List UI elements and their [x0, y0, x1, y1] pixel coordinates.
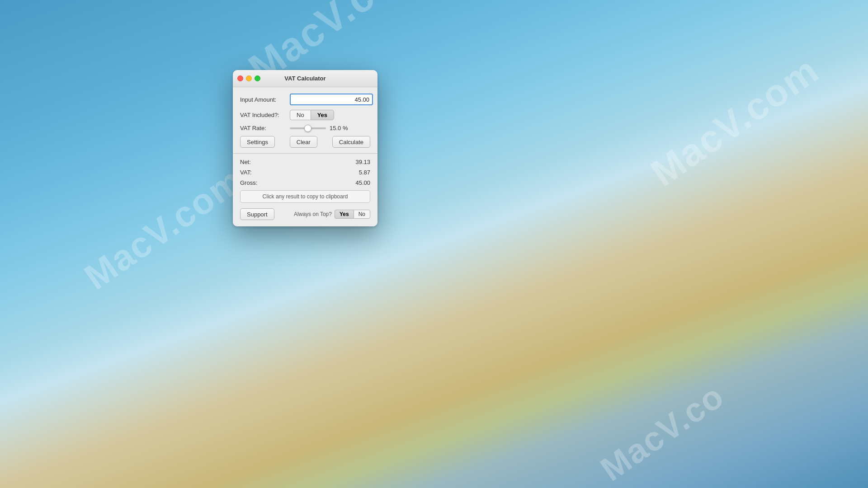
support-button[interactable]: Support — [240, 208, 274, 220]
gross-result-row[interactable]: Gross: 45.00 — [240, 179, 370, 187]
vat-rate-display: 15.0 % — [330, 125, 350, 131]
footer-row: Support Always on Top? Yes No — [240, 207, 370, 220]
vat-included-label: VAT Included?: — [240, 112, 290, 118]
window-title: VAT Calculator — [284, 75, 326, 82]
always-on-top-toggle: Yes No — [335, 210, 370, 219]
input-amount-label: Input Amount: — [240, 96, 290, 103]
net-result-row[interactable]: Net: 39.13 — [240, 158, 370, 166]
vat-calculator-window: VAT Calculator Input Amount: VAT Include… — [233, 70, 377, 226]
vat-result-row[interactable]: VAT: 5.87 — [240, 169, 370, 176]
vat-included-yes-button[interactable]: Yes — [311, 110, 334, 120]
desktop-background — [0, 0, 868, 488]
amount-input[interactable] — [290, 94, 373, 105]
gross-value: 45.00 — [355, 179, 370, 186]
vat-rate-slider-container: 15.0 % — [290, 125, 370, 131]
vat-included-toggle: No Yes — [290, 110, 334, 120]
clipboard-hint: Click any result to copy to clipboard — [240, 190, 370, 203]
vat-rate-slider[interactable] — [290, 127, 326, 129]
minimize-button[interactable] — [246, 75, 252, 81]
vat-included-row: VAT Included?: No Yes — [240, 110, 370, 120]
close-button[interactable] — [237, 75, 243, 81]
always-on-top-yes-button[interactable]: Yes — [335, 210, 354, 219]
net-value: 39.13 — [355, 159, 370, 165]
traffic-lights — [237, 75, 260, 81]
gross-label: Gross: — [240, 179, 257, 186]
clear-button[interactable]: Clear — [290, 136, 317, 148]
vat-label: VAT: — [240, 169, 252, 176]
window-body: Input Amount: VAT Included?: No Yes VAT … — [233, 87, 377, 226]
maximize-button[interactable] — [255, 75, 260, 81]
titlebar: VAT Calculator — [233, 70, 377, 87]
settings-button[interactable]: Settings — [240, 136, 275, 148]
vat-rate-row: VAT Rate: 15.0 % — [240, 125, 370, 131]
action-buttons-row: Settings Clear Calculate — [240, 136, 370, 148]
calculate-button[interactable]: Calculate — [332, 136, 370, 148]
vat-value: 5.87 — [359, 169, 370, 176]
net-label: Net: — [240, 159, 251, 165]
always-on-top-no-button[interactable]: No — [354, 210, 370, 219]
always-on-top-label: Always on Top? — [294, 211, 332, 217]
input-amount-row: Input Amount: — [240, 94, 370, 105]
always-on-top-group: Always on Top? Yes No — [294, 210, 370, 219]
divider — [233, 153, 377, 154]
vat-included-no-button[interactable]: No — [290, 110, 311, 120]
vat-rate-label: VAT Rate: — [240, 125, 290, 131]
